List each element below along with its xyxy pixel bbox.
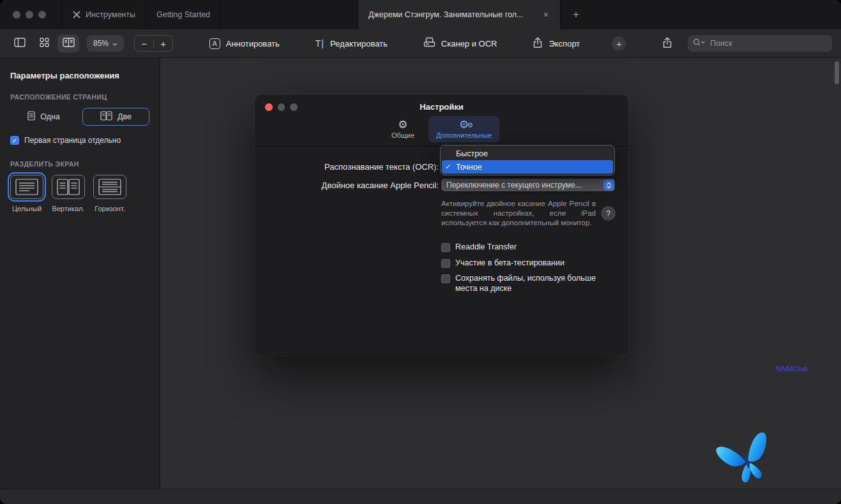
status-bar: [0, 489, 841, 504]
readdle-transfer-checkbox[interactable]: Readdle Transfer: [441, 242, 615, 253]
tab-document[interactable]: Джереми Стэнгрум. Занимательные гол... ×: [358, 0, 561, 29]
export-icon: [533, 37, 543, 50]
tab-general[interactable]: ⚙ Общие: [384, 116, 422, 142]
dialog-body: Распознавание текста (OCR): Быстрое ✓ То…: [255, 143, 628, 356]
export-label: Экспорт: [549, 39, 580, 48]
gear-icon: ⚙: [398, 119, 407, 131]
page-layout-options: Одна Две: [10, 108, 149, 126]
gears-icon: ⚙⚙: [459, 119, 469, 131]
tab-advanced[interactable]: ⚙⚙ Дополнительные: [428, 116, 499, 142]
settings-dialog: Настройки ⚙ Общие ⚙⚙ Дополнительные Расп…: [255, 94, 628, 356]
page-layout-single-option[interactable]: Одна: [10, 108, 77, 126]
tab-tools[interactable]: Инструменты: [61, 0, 146, 29]
vertical-scrollbar[interactable]: [835, 61, 839, 84]
scanner-ocr-button[interactable]: Сканер и OCR: [420, 36, 501, 50]
pencil-label: Двойное касание Apple Pencil:: [255, 181, 439, 190]
page-layout-two-option[interactable]: Две: [82, 108, 149, 126]
ocr-dropdown-menu: Быстрое ✓ Точное: [440, 145, 615, 175]
split-screen-options: Цельный Вертикал. Горизонт.: [10, 175, 149, 212]
split-horizontal-option[interactable]: Горизонт.: [93, 175, 126, 212]
add-tool-button[interactable]: +: [612, 36, 626, 50]
single-page-icon: [27, 111, 35, 122]
checkbox-label: Сохранять файлы, используя больше места …: [455, 274, 615, 293]
option-label: Вертикал.: [52, 205, 84, 212]
tab-label: Дополнительные: [436, 131, 492, 139]
dialog-close-button[interactable]: [265, 103, 273, 111]
zoom-level-button[interactable]: 85%: [87, 35, 124, 52]
annotate-button[interactable]: A Аннотировать: [206, 38, 284, 50]
zoom-out-button[interactable]: −: [135, 36, 153, 51]
edit-button[interactable]: T| Редактировать: [312, 38, 391, 49]
zoom-value: 85%: [93, 39, 109, 48]
tabbar-spacer: [221, 0, 358, 29]
share-button[interactable]: [658, 36, 676, 51]
checkbox-unchecked-icon: [441, 259, 450, 268]
search-input[interactable]: [709, 38, 827, 48]
pencil-action-select[interactable]: Переключение с текущего инструме...: [441, 179, 615, 191]
new-tab-button[interactable]: +: [561, 0, 591, 29]
sidebar-title: Параметры расположения: [10, 71, 149, 80]
pencil-help-row: Активируйте двойное касание Apple Pencil…: [441, 199, 615, 228]
minimize-window-button[interactable]: [26, 11, 33, 19]
menu-item-fast[interactable]: Быстрое: [442, 147, 613, 160]
page-view-button[interactable]: [57, 34, 79, 52]
zoom-in-button[interactable]: +: [154, 36, 172, 51]
stepper-icon: [603, 180, 614, 190]
butterfly-image: [716, 429, 777, 491]
pencil-select-value: Переключение с текущего инструме...: [446, 181, 581, 189]
thumbnails-button[interactable]: [33, 34, 55, 52]
dialog-minimize-button[interactable]: [278, 103, 285, 111]
grid-icon: [40, 38, 49, 49]
toolbar-center-group: A Аннотировать T| Редактировать Сканер и…: [173, 36, 658, 51]
checkbox-unchecked-icon: [441, 274, 450, 283]
zoom-window-button[interactable]: [38, 11, 46, 19]
split-vertical-option[interactable]: Вертикал.: [52, 175, 85, 212]
two-pages-icon: [100, 111, 112, 122]
checkbox-unchecked-icon: [441, 243, 450, 252]
annotate-label: Аннотировать: [226, 39, 280, 48]
close-window-button[interactable]: [13, 11, 20, 19]
sidebar-icon: [14, 38, 26, 49]
dialog-checkboxes: Readdle Transfer Участие в бета-тестиров…: [441, 242, 615, 294]
sidebar-toggle-button[interactable]: [9, 34, 31, 52]
checkbox-checked-icon: ✓: [10, 136, 19, 145]
checkmark-icon: ✓: [445, 163, 454, 171]
dialog-tabs: ⚙ Общие ⚙⚙ Дополнительные: [255, 116, 628, 146]
app-window: Инструменты Getting Started Джереми Стэн…: [0, 0, 841, 504]
menu-item-accurate[interactable]: ✓ Точное: [442, 160, 613, 174]
dialog-title: Настройки: [255, 94, 628, 112]
pencil-help-text: Активируйте двойное касание Apple Pencil…: [441, 199, 596, 228]
beta-testing-checkbox[interactable]: Участие в бета-тестировании: [441, 258, 615, 269]
horizontal-split-icon: [93, 175, 126, 199]
dialog-zoom-button[interactable]: [290, 103, 298, 111]
ocr-label: Распознавание текста (OCR):: [324, 162, 439, 172]
help-button[interactable]: ?: [602, 207, 615, 220]
zoom-stepper: − +: [134, 35, 173, 52]
search-icon: [693, 38, 706, 49]
window-controls: [0, 0, 61, 29]
ocr-row: Распознавание текста (OCR):: [255, 161, 439, 172]
option-label: Две: [117, 112, 132, 121]
tab-getting-started[interactable]: Getting Started: [146, 0, 221, 29]
first-page-separate-checkbox[interactable]: ✓ Первая страница отдельно: [10, 136, 149, 145]
checkbox-label: Первая страница отдельно: [24, 136, 121, 145]
export-button[interactable]: Экспорт: [529, 36, 584, 51]
menu-item-label: Быстрое: [456, 149, 488, 158]
page-layout-heading: РАСПОЛОЖЕНИЕ СТРАНИЦ: [10, 93, 149, 101]
annotate-icon: A: [209, 38, 220, 49]
tools-icon: [72, 10, 81, 19]
dialog-window-controls: [265, 103, 298, 111]
save-larger-files-checkbox[interactable]: Сохранять файлы, используя больше места …: [441, 274, 615, 293]
tab-label: Инструменты: [86, 10, 135, 19]
close-tab-icon[interactable]: ×: [542, 10, 550, 19]
split-none-option[interactable]: Цельный: [10, 175, 43, 212]
option-label: Горизонт.: [95, 205, 125, 212]
edit-text-icon: T|: [315, 38, 324, 48]
document-area: NNMClub: [160, 58, 841, 489]
watermark-text: NNMClub: [776, 365, 808, 373]
share-icon: [662, 37, 672, 50]
edit-label: Редактировать: [330, 39, 388, 48]
search-field[interactable]: [688, 35, 832, 52]
tab-label: Getting Started: [156, 10, 210, 19]
chevron-down-icon: [112, 39, 117, 48]
